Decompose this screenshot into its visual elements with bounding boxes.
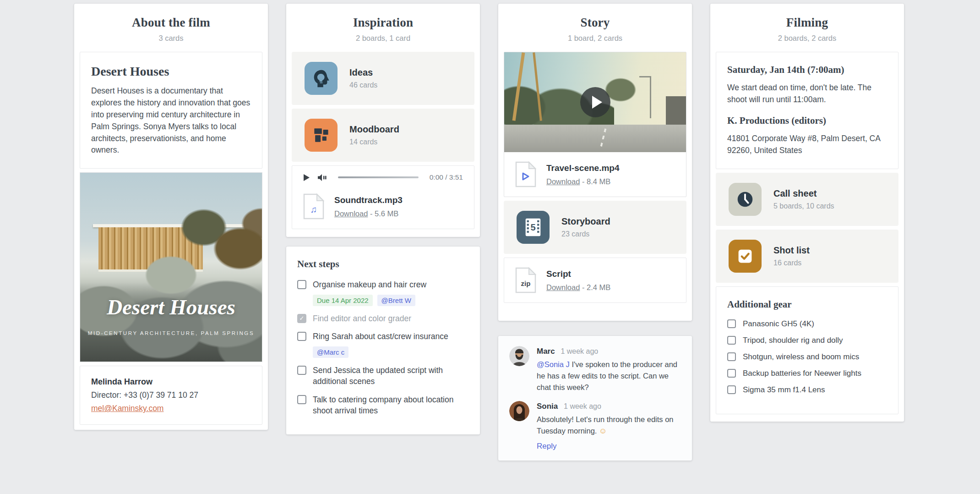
audio-player: 0:00 / 3:51: [292, 166, 474, 184]
file-name: Soundtrack.mp3: [334, 195, 403, 205]
checklist-label: Find editor and color grader: [313, 313, 411, 324]
next-steps-card: Next steps Organise makeup and hair crew…: [286, 247, 480, 434]
file-text: Soundtrack.mp3 Download - 5.6 MB: [334, 195, 403, 218]
column-title: Inspiration: [292, 16, 474, 30]
contact-email-link[interactable]: mel@Kaminsky.com: [91, 404, 163, 413]
checkbox-unchecked[interactable]: [727, 336, 736, 345]
video-building: [666, 96, 686, 126]
column-about-the-film: About the film 3 cards Desert Houses Des…: [74, 4, 268, 430]
column-header: About the film 3 cards: [80, 4, 262, 52]
volume-icon[interactable]: [317, 174, 327, 181]
checkbox-unchecked[interactable]: [727, 369, 736, 378]
comment-timestamp: 1 week ago: [564, 402, 601, 410]
comment-text: @Sonia J I've spoken to the producer and…: [537, 359, 680, 393]
intro-body: Desert Houses is a documentary that expl…: [91, 85, 251, 156]
comment-header: Marc 1 week ago: [537, 347, 680, 356]
audio-progress-bar[interactable]: [338, 176, 419, 178]
file-size: - 5.6 MB: [370, 209, 398, 218]
board-tile-meta: 5 boards, 10 cards: [773, 202, 834, 210]
schedule-body: We start dead on time, don't be late. Th…: [727, 82, 887, 106]
video-play-button[interactable]: [580, 87, 610, 117]
gear-item: Tripod, shoulder rig and dolly: [727, 336, 887, 345]
play-button[interactable]: [303, 174, 310, 181]
gear-label: Shotgun, wireless and boom mics: [743, 352, 859, 362]
gear-label: Panasonic GH5 (4K): [743, 319, 814, 329]
schedule-heading: Saturday, Jan 14th (7:00am): [727, 64, 887, 76]
poster-image-card[interactable]: Desert Houses MID-CENTURY ARCHITECTURE, …: [80, 172, 262, 362]
checklist-label: Organise makeup and hair crew: [313, 279, 426, 291]
download-link[interactable]: Download: [546, 177, 580, 186]
file-name: Script: [546, 269, 610, 279]
board-tile-storyboard[interactable]: 5 Storyboard 23 cards: [504, 201, 686, 254]
comment-header: Sonia 1 week ago: [537, 402, 680, 411]
gear-heading: Additional gear: [727, 299, 887, 310]
poster-tagline: MID-CENTURY ARCHITECTURE, PALM SPRINGS: [80, 330, 262, 336]
poster-title: Desert Houses: [80, 295, 262, 319]
assignee-chip[interactable]: @Brett W: [377, 295, 415, 306]
video-thumbnail[interactable]: [504, 52, 686, 152]
intro-heading: Desert Houses: [91, 64, 251, 79]
contact-card: Melinda Harrow Director: +33 (0)7 39 71 …: [80, 366, 262, 425]
gear-label: Sigma 35 mm f1.4 Lens: [743, 385, 825, 395]
board-tile-meta: 16 cards: [773, 259, 810, 267]
column-title: Story: [504, 16, 686, 30]
checkbox-unchecked[interactable]: [727, 385, 736, 394]
video-road: [504, 125, 686, 152]
gear-label: Backup batteries for Neewer lights: [743, 369, 861, 378]
due-date-chip[interactable]: Due 14 Apr 2022: [313, 295, 373, 306]
schedule-card: Saturday, Jan 14th (7:00am) We start dea…: [716, 52, 898, 169]
comment-body: Marc 1 week ago @Sonia J I've spoken to …: [537, 346, 680, 393]
board-tile-call-sheet[interactable]: Call sheet 5 boards, 10 cards: [716, 173, 898, 226]
board-tile-text: Call sheet 5 boards, 10 cards: [773, 188, 834, 210]
board-tile-label: Ideas: [349, 67, 377, 78]
reply-link[interactable]: Reply: [537, 442, 556, 450]
file-size: - 8.4 MB: [582, 177, 610, 186]
board-tile-text: Ideas 46 cards: [349, 67, 377, 89]
audio-card: 0:00 / 3:51 ♫ Soundtrack.mp3 Download - …: [292, 165, 474, 229]
checkbox-unchecked[interactable]: [727, 352, 736, 361]
board-tile-label: Call sheet: [773, 188, 834, 199]
column-card-count: 1 board, 2 cards: [504, 34, 686, 43]
image-grid-icon: [305, 119, 338, 152]
checkbox-unchecked[interactable]: [297, 395, 306, 404]
file-text: Script Download - 2.4 MB: [546, 269, 610, 292]
file-size: - 2.4 MB: [582, 283, 610, 291]
mp4-file-icon: [515, 161, 536, 187]
download-link[interactable]: Download: [546, 283, 580, 291]
board-tile-label: Shot list: [773, 245, 810, 256]
checkbox-checked[interactable]: [297, 314, 306, 323]
checkbox-unchecked[interactable]: [297, 280, 306, 289]
checklist-label: Send Jessica the updated script with add…: [313, 365, 464, 387]
editors-address: 41801 Corporate Way #8, Palm Desert, CA …: [727, 133, 887, 157]
mention-link[interactable]: @Sonia J: [537, 360, 570, 368]
checklist-label: Talk to catering company about location …: [313, 394, 464, 417]
comment-author: Marc: [537, 347, 555, 356]
column-story: Story 1 board, 2 cards Travel-scene.mp: [498, 4, 692, 321]
column-card-count: 2 boards, 2 cards: [716, 34, 898, 43]
head-lightbulb-icon: [305, 62, 338, 95]
comment-timestamp: 1 week ago: [561, 347, 598, 355]
checkbox-unchecked[interactable]: [297, 332, 306, 341]
board-tile-meta: 46 cards: [349, 81, 377, 89]
checkbox-unchecked[interactable]: [727, 319, 736, 328]
file-download-line: Download - 5.6 MB: [334, 209, 403, 218]
audio-time: 0:00 / 3:51: [430, 173, 463, 181]
column-inspiration: Inspiration 2 boards, 1 card Ideas 46 ca…: [286, 4, 480, 237]
checkbox-unchecked[interactable]: [297, 366, 306, 375]
assignee-chip[interactable]: @Marc c: [313, 346, 348, 358]
download-link[interactable]: Download: [334, 209, 368, 218]
board-tile-meta: 23 cards: [561, 230, 610, 238]
board-tile-ideas[interactable]: Ideas 46 cards: [292, 52, 474, 105]
file-download-line: Download - 8.4 MB: [546, 177, 619, 186]
comment: Sonia 1 week ago Absolutely! Let's run t…: [509, 401, 681, 437]
column-header: Story 1 board, 2 cards: [504, 4, 686, 52]
board-tile-moodboard[interactable]: Moodboard 14 cards: [292, 109, 474, 162]
column-title: About the film: [80, 16, 262, 30]
checklist-item: Send Jessica the updated script with add…: [297, 365, 469, 387]
board-tile-shot-list[interactable]: Shot list 16 cards: [716, 230, 898, 283]
additional-gear-card: Additional gear Panasonic GH5 (4K) Tripo…: [716, 286, 898, 414]
svg-text:5: 5: [530, 222, 535, 232]
editors-heading: K. Productions (editors): [727, 115, 887, 126]
clock-icon: [729, 183, 762, 216]
board-tile-text: Shot list 16 cards: [773, 245, 810, 267]
